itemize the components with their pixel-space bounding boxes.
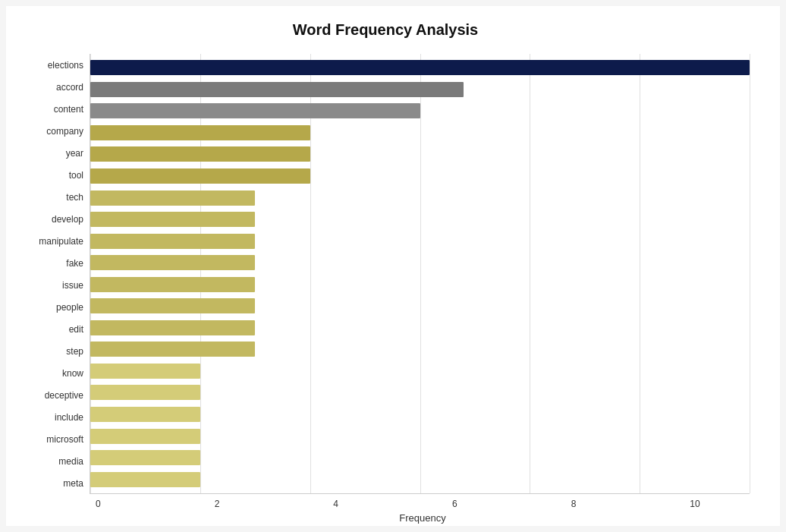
bar-elections — [90, 60, 750, 75]
x-tick-6: 6 — [452, 499, 457, 509]
y-label-develop: develop — [52, 215, 83, 224]
bar-know — [90, 364, 200, 379]
chart-container: Word Frequency Analysis electionsaccordc… — [6, 6, 780, 526]
x-axis: 024681012 — [96, 499, 786, 509]
bar-row-step — [90, 338, 750, 360]
bar-company — [90, 125, 310, 140]
y-label-media: media — [58, 457, 83, 466]
y-label-know: know — [62, 369, 83, 378]
grid-line-12 — [750, 54, 750, 493]
bar-fake — [90, 255, 255, 270]
x-tick-2: 2 — [215, 499, 220, 509]
bar-row-content — [90, 100, 750, 122]
y-label-people: people — [56, 303, 83, 312]
bar-row-deceptive — [90, 382, 750, 404]
x-tick-8: 8 — [571, 499, 577, 509]
bar-row-microsoft — [90, 425, 750, 447]
x-axis-label: Frequency — [96, 512, 750, 524]
y-label-manipulate: manipulate — [39, 237, 83, 246]
x-tick-4: 4 — [333, 499, 338, 509]
bar-meta — [90, 472, 200, 487]
bar-row-develop — [90, 209, 750, 231]
chart-area: electionsaccordcontentcompanyyeartooltec… — [21, 54, 750, 494]
x-tick-0: 0 — [96, 499, 101, 509]
bar-row-edit — [90, 317, 750, 339]
bar-row-manipulate — [90, 230, 750, 252]
bar-step — [90, 342, 255, 357]
bar-content — [90, 103, 420, 118]
bar-manipulate — [90, 234, 255, 249]
bar-issue — [90, 277, 255, 292]
y-label-elections: elections — [48, 61, 83, 70]
bar-year — [90, 146, 310, 162]
x-tick-10: 10 — [690, 499, 700, 509]
bar-tech — [90, 190, 255, 206]
bar-row-know — [90, 360, 750, 382]
bar-edit — [90, 320, 255, 335]
y-label-tool: tool — [69, 171, 83, 180]
bar-row-tool — [90, 165, 750, 187]
y-label-include: include — [55, 413, 83, 422]
chart-title: Word Frequency Analysis — [21, 21, 750, 39]
bar-people — [90, 298, 255, 313]
y-label-microsoft: microsoft — [46, 435, 83, 444]
bar-microsoft — [90, 429, 200, 444]
y-label-meta: meta — [63, 479, 83, 488]
bar-row-company — [90, 122, 750, 144]
y-label-accord: accord — [56, 83, 83, 92]
bar-row-fake — [90, 252, 750, 274]
bar-tool — [90, 168, 310, 184]
bar-row-media — [90, 447, 750, 469]
bar-row-people — [90, 295, 750, 317]
bar-include — [90, 407, 200, 422]
bar-row-include — [90, 404, 750, 426]
y-label-content: content — [54, 105, 83, 114]
y-axis-labels: electionsaccordcontentcompanyyeartooltec… — [21, 54, 90, 494]
bars-wrapper — [90, 54, 750, 493]
y-label-step: step — [66, 347, 83, 356]
y-label-issue: issue — [62, 281, 83, 290]
bar-row-tech — [90, 187, 750, 209]
y-label-year: year — [66, 149, 83, 158]
y-label-tech: tech — [66, 193, 83, 202]
y-label-fake: fake — [66, 259, 83, 268]
y-label-edit: edit — [69, 325, 83, 334]
bars-area — [90, 54, 750, 494]
bar-row-year — [90, 143, 750, 165]
bar-row-elections — [90, 57, 750, 79]
bar-deceptive — [90, 385, 200, 400]
y-label-company: company — [46, 127, 83, 136]
bar-media — [90, 450, 200, 465]
bar-accord — [90, 82, 464, 97]
y-label-deceptive: deceptive — [45, 391, 83, 400]
bar-row-meta — [90, 468, 750, 490]
bar-row-accord — [90, 79, 750, 101]
bar-row-issue — [90, 273, 750, 295]
bar-develop — [90, 212, 255, 227]
